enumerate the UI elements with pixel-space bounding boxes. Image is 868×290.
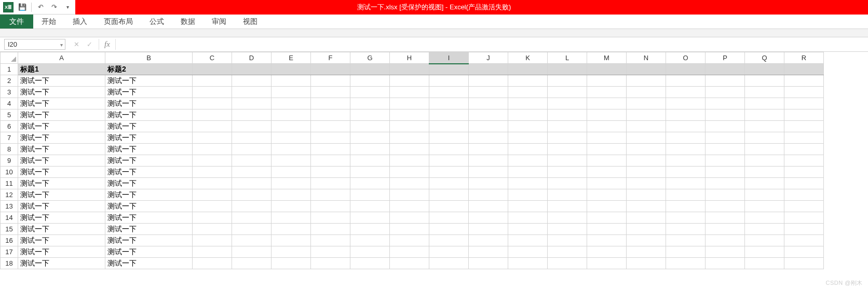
cell-N17[interactable] xyxy=(627,246,666,258)
cell-A8[interactable]: 测试一下 xyxy=(18,144,105,155)
cell-M14[interactable] xyxy=(587,212,627,224)
cell-D14[interactable] xyxy=(232,212,272,224)
cell-J6[interactable] xyxy=(469,121,508,132)
cell-E16[interactable] xyxy=(272,235,311,246)
cell-D4[interactable] xyxy=(232,98,272,109)
cell-B9[interactable]: 测试一下 xyxy=(105,155,193,167)
cell-H11[interactable] xyxy=(390,178,429,189)
column-header-F[interactable]: F xyxy=(311,52,350,64)
column-header-G[interactable]: G xyxy=(350,52,390,64)
cell-J4[interactable] xyxy=(469,98,508,109)
cell-B16[interactable]: 测试一下 xyxy=(105,235,193,246)
cell-J9[interactable] xyxy=(469,155,508,167)
cell-P11[interactable] xyxy=(706,178,745,189)
cell-D6[interactable] xyxy=(232,121,272,132)
cell-I14[interactable] xyxy=(429,212,469,224)
cell-R5[interactable] xyxy=(784,109,824,121)
cell-C10[interactable] xyxy=(193,167,232,178)
cell-N3[interactable] xyxy=(627,87,666,98)
cell-P17[interactable] xyxy=(706,246,745,258)
cell-Q16[interactable] xyxy=(745,235,784,246)
cell-R15[interactable] xyxy=(784,224,824,235)
cell-Q6[interactable] xyxy=(745,121,784,132)
ribbon-tab-视图[interactable]: 视图 xyxy=(235,15,266,29)
column-header-O[interactable]: O xyxy=(666,52,706,64)
cell-D9[interactable] xyxy=(232,155,272,167)
cell-P5[interactable] xyxy=(706,109,745,121)
cell-K17[interactable] xyxy=(508,246,548,258)
cell-R13[interactable] xyxy=(784,201,824,212)
cell-C7[interactable] xyxy=(193,132,232,144)
cell-R2[interactable] xyxy=(784,75,824,87)
cancel-icon[interactable]: ✕ xyxy=(74,40,79,48)
cell-R10[interactable] xyxy=(784,167,824,178)
formula-input[interactable] xyxy=(116,37,868,51)
cell-R4[interactable] xyxy=(784,98,824,109)
column-header-E[interactable]: E xyxy=(272,52,311,64)
cell-M13[interactable] xyxy=(587,201,627,212)
cell-E8[interactable] xyxy=(272,144,311,155)
cell-N8[interactable] xyxy=(627,144,666,155)
cell-L5[interactable] xyxy=(548,109,587,121)
cell-O18[interactable] xyxy=(666,258,706,269)
cell-Q15[interactable] xyxy=(745,224,784,235)
cell-A2[interactable]: 测试一下 xyxy=(18,75,105,87)
cell-B13[interactable]: 测试一下 xyxy=(105,201,193,212)
cell-F8[interactable] xyxy=(311,144,350,155)
cell-F5[interactable] xyxy=(311,109,350,121)
column-header-L[interactable]: L xyxy=(548,52,587,64)
cell-D8[interactable] xyxy=(232,144,272,155)
cell-Q12[interactable] xyxy=(745,189,784,201)
cell-M3[interactable] xyxy=(587,87,627,98)
cell-P18[interactable] xyxy=(706,258,745,269)
cell-L8[interactable] xyxy=(548,144,587,155)
cell-P1[interactable] xyxy=(706,64,745,75)
cell-H10[interactable] xyxy=(390,167,429,178)
spreadsheet-grid[interactable]: ABCDEFGHIJKLMNOPQR1标题1标题22测试一下测试一下3测试一下测… xyxy=(0,52,868,269)
cell-G3[interactable] xyxy=(350,87,390,98)
ribbon-tab-审阅[interactable]: 审阅 xyxy=(204,15,235,29)
cell-G8[interactable] xyxy=(350,144,390,155)
row-header[interactable]: 10 xyxy=(1,167,18,178)
row-header[interactable]: 7 xyxy=(1,132,18,144)
cell-P6[interactable] xyxy=(706,121,745,132)
ribbon-tab-公式[interactable]: 公式 xyxy=(141,15,172,29)
row-header[interactable]: 16 xyxy=(1,235,18,246)
cell-J11[interactable] xyxy=(469,178,508,189)
cell-K13[interactable] xyxy=(508,201,548,212)
cell-P4[interactable] xyxy=(706,98,745,109)
cell-N13[interactable] xyxy=(627,201,666,212)
cell-N9[interactable] xyxy=(627,155,666,167)
cell-I7[interactable] xyxy=(429,132,469,144)
cell-J12[interactable] xyxy=(469,189,508,201)
cell-Q17[interactable] xyxy=(745,246,784,258)
cell-Q14[interactable] xyxy=(745,212,784,224)
cell-O14[interactable] xyxy=(666,212,706,224)
cell-M10[interactable] xyxy=(587,167,627,178)
cell-A12[interactable]: 测试一下 xyxy=(18,189,105,201)
cell-F13[interactable] xyxy=(311,201,350,212)
cell-J3[interactable] xyxy=(469,87,508,98)
cell-K12[interactable] xyxy=(508,189,548,201)
cell-B2[interactable]: 测试一下 xyxy=(105,75,193,87)
row-header[interactable]: 2 xyxy=(1,75,18,87)
row-header[interactable]: 8 xyxy=(1,144,18,155)
save-icon[interactable]: 💾 xyxy=(18,3,27,12)
cell-B12[interactable]: 测试一下 xyxy=(105,189,193,201)
row-header[interactable]: 6 xyxy=(1,121,18,132)
cell-I8[interactable] xyxy=(429,144,469,155)
cell-M8[interactable] xyxy=(587,144,627,155)
cell-M2[interactable] xyxy=(587,75,627,87)
cell-N16[interactable] xyxy=(627,235,666,246)
cell-C14[interactable] xyxy=(193,212,232,224)
cell-I1[interactable] xyxy=(429,64,469,75)
ribbon-tab-页面布局[interactable]: 页面布局 xyxy=(96,15,141,29)
cell-G7[interactable] xyxy=(350,132,390,144)
column-header-R[interactable]: R xyxy=(784,52,824,64)
cell-L12[interactable] xyxy=(548,189,587,201)
cell-I3[interactable] xyxy=(429,87,469,98)
cell-F1[interactable] xyxy=(311,64,350,75)
cell-J7[interactable] xyxy=(469,132,508,144)
cell-M18[interactable] xyxy=(587,258,627,269)
cell-O2[interactable] xyxy=(666,75,706,87)
